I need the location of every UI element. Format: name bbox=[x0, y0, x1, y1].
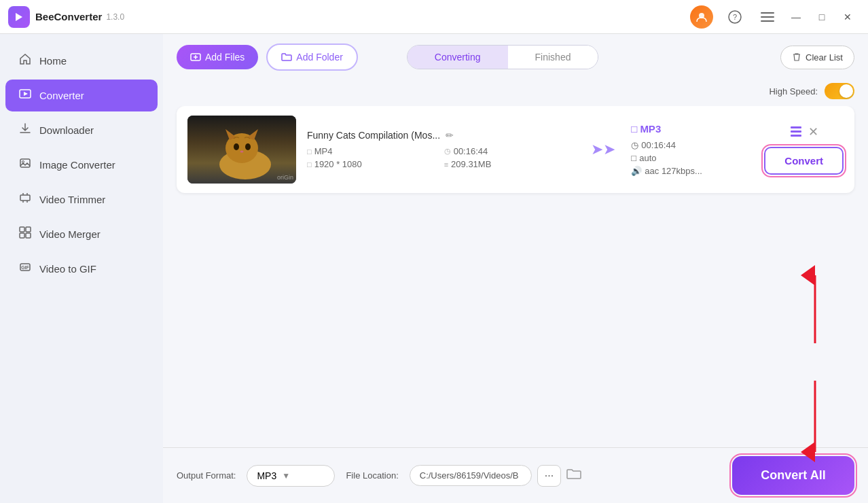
svg-rect-4 bbox=[761, 12, 774, 14]
output-format-checkbox: □ bbox=[631, 123, 637, 135]
video-to-gif-icon: GIF bbox=[19, 261, 31, 277]
file-card: oriGin Funny Cats Compilation (Mos... ✏ … bbox=[177, 106, 854, 193]
sidebar-item-downloader[interactable]: Downloader bbox=[5, 114, 158, 146]
svg-point-23 bbox=[234, 143, 239, 150]
sidebar-item-video-merger[interactable]: Video Merger bbox=[5, 218, 158, 250]
user-avatar[interactable] bbox=[690, 5, 713, 29]
output-format-value: MP3 bbox=[640, 123, 661, 135]
resolution-icon: □ bbox=[307, 160, 312, 169]
output-quality-icon: □ bbox=[631, 153, 636, 163]
sidebar-item-home[interactable]: Home bbox=[5, 45, 158, 77]
svg-point-24 bbox=[245, 143, 251, 150]
input-filesize: 209.31MB bbox=[451, 159, 491, 169]
svg-rect-15 bbox=[26, 233, 31, 238]
edit-icon[interactable]: ✏ bbox=[446, 130, 454, 141]
high-speed-toggle[interactable] bbox=[825, 83, 854, 99]
content-area: Add Files Add Folder Converting Finished… bbox=[163, 34, 868, 503]
app-name: BeeConverter bbox=[35, 11, 102, 22]
output-bitrate-icon: 🔊 bbox=[631, 166, 642, 176]
sidebar-label-video-merger: Video Merger bbox=[39, 228, 101, 240]
file-list: oriGin Funny Cats Compilation (Mos... ✏ … bbox=[163, 106, 868, 447]
input-duration: 00:16:44 bbox=[454, 146, 488, 156]
svg-marker-8 bbox=[24, 92, 28, 96]
high-speed-row: High Speed: bbox=[163, 80, 868, 106]
svg-point-25 bbox=[240, 151, 244, 153]
add-files-button[interactable]: Add Files bbox=[177, 45, 258, 69]
sidebar-item-converter[interactable]: Converter bbox=[5, 80, 158, 111]
convert-all-button[interactable]: Convert All bbox=[732, 456, 854, 495]
sidebar-label-converter: Converter bbox=[39, 90, 84, 101]
file-path-display: C:/Users/86159/Videos/B bbox=[410, 465, 532, 486]
close-button[interactable]: ✕ bbox=[835, 5, 860, 29]
svg-rect-26 bbox=[791, 126, 801, 128]
selected-format-value: MP3 bbox=[257, 470, 276, 481]
svg-rect-5 bbox=[761, 16, 774, 18]
svg-rect-6 bbox=[761, 20, 774, 22]
tab-finished[interactable]: Finished bbox=[508, 46, 598, 69]
sidebar: Home Converter Downloader bbox=[0, 34, 163, 503]
output-bitrate: aac 127kbps... bbox=[645, 166, 702, 176]
file-thumbnail: oriGin bbox=[187, 116, 296, 184]
format-icon: □ bbox=[307, 148, 312, 156]
app-version: 1.3.0 bbox=[106, 12, 124, 22]
output-format-label: Output Format: bbox=[177, 470, 236, 481]
select-caret-icon: ▼ bbox=[282, 471, 290, 481]
maximize-button[interactable]: □ bbox=[810, 5, 834, 29]
sidebar-label-video-trimmer: Video Trimmer bbox=[39, 194, 105, 205]
svg-rect-12 bbox=[20, 227, 24, 232]
menu-icon[interactable] bbox=[757, 6, 778, 28]
svg-rect-14 bbox=[20, 233, 24, 238]
sidebar-item-video-trimmer[interactable]: Video Trimmer bbox=[5, 184, 158, 215]
svg-rect-9 bbox=[20, 159, 30, 167]
downloader-icon bbox=[19, 122, 31, 138]
bottom-bar: Output Format: MP3 ▼ File Location: C:/U… bbox=[163, 447, 868, 503]
tab-group: Converting Finished bbox=[407, 45, 599, 69]
thumbnail-watermark: oriGin bbox=[277, 174, 293, 181]
input-format: MP4 bbox=[314, 146, 333, 156]
tab-converting[interactable]: Converting bbox=[408, 46, 508, 69]
settings-icon[interactable] bbox=[789, 124, 803, 141]
svg-text:?: ? bbox=[733, 13, 737, 21]
output-info: □ MP3 ◷ 00:16:44 □ auto 🔊 bbox=[631, 123, 753, 176]
svg-marker-0 bbox=[16, 13, 22, 21]
help-icon[interactable]: ? bbox=[724, 6, 746, 28]
title-bar: BeeConverter 1.3.0 ? — □ bbox=[0, 0, 868, 34]
video-merger-icon bbox=[19, 226, 31, 242]
card-actions: ✕ Convert bbox=[764, 124, 844, 175]
clear-list-button[interactable]: Clear List bbox=[780, 46, 854, 69]
main-layout: Home Converter Downloader bbox=[0, 34, 868, 503]
output-duration: 00:16:44 bbox=[641, 140, 676, 150]
toolbar: Add Files Add Folder Converting Finished… bbox=[163, 34, 868, 80]
sidebar-label-home: Home bbox=[39, 55, 67, 67]
svg-rect-27 bbox=[791, 131, 801, 133]
svg-rect-28 bbox=[791, 135, 801, 137]
output-quality: auto bbox=[639, 153, 656, 163]
sidebar-label-downloader: Downloader bbox=[39, 124, 94, 136]
filesize-icon: ≡ bbox=[444, 160, 448, 169]
file-path-menu-button[interactable]: ··· bbox=[537, 465, 561, 487]
home-icon bbox=[19, 53, 31, 69]
sidebar-label-image-converter: Image Converter bbox=[39, 159, 115, 171]
file-info: Funny Cats Compilation (Mos... ✏ □ MP4 ◷… bbox=[307, 130, 575, 169]
video-trimmer-icon bbox=[19, 192, 31, 207]
svg-rect-11 bbox=[20, 195, 30, 201]
convert-single-button[interactable]: Convert bbox=[764, 147, 844, 175]
app-logo bbox=[8, 6, 30, 28]
file-location-row: C:/Users/86159/Videos/B ··· bbox=[410, 465, 581, 487]
file-name: Funny Cats Compilation (Mos... bbox=[307, 130, 440, 141]
folder-icon[interactable] bbox=[566, 467, 581, 484]
duration-icon: ◷ bbox=[444, 147, 451, 156]
file-location-label: File Location: bbox=[346, 470, 398, 481]
close-icon[interactable]: ✕ bbox=[808, 124, 818, 141]
high-speed-label: High Speed: bbox=[769, 86, 818, 97]
sidebar-label-video-to-gif: Video to GIF bbox=[39, 263, 96, 275]
add-folder-button[interactable]: Add Folder bbox=[266, 44, 357, 71]
svg-text:GIF: GIF bbox=[21, 265, 29, 270]
sidebar-item-video-to-gif[interactable]: GIF Video to GIF bbox=[5, 253, 158, 285]
sidebar-item-image-converter[interactable]: Image Converter bbox=[5, 149, 158, 181]
convert-arrow: ➤➤ bbox=[586, 141, 620, 158]
arrow-icon: ➤➤ bbox=[591, 141, 615, 158]
input-resolution: 1920 * 1080 bbox=[314, 159, 362, 169]
minimize-button[interactable]: — bbox=[784, 5, 808, 29]
format-select[interactable]: MP3 ▼ bbox=[247, 465, 335, 487]
